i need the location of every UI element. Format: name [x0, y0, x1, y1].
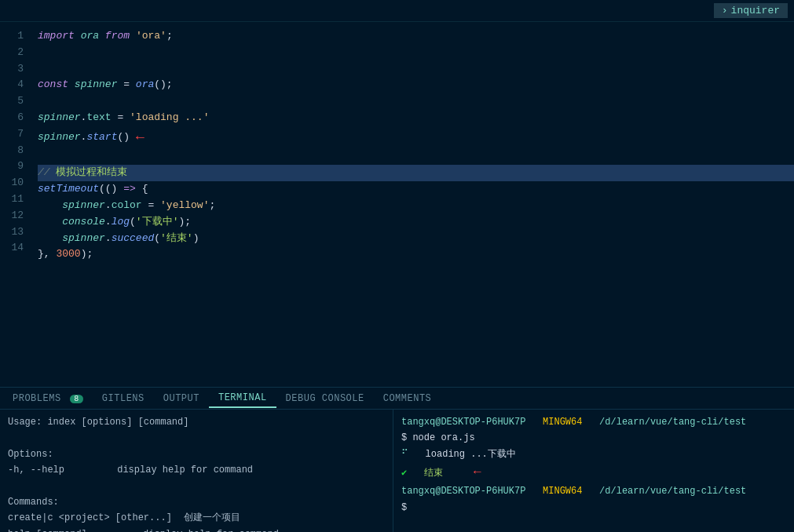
code-line-4: const spinner = ora () ; — [38, 77, 794, 93]
code-line-6: spinner . text = 'loading ...' — [38, 110, 794, 126]
arrow-annotation-1: ← — [136, 126, 145, 149]
code-line-14: }, 3000 ); — [38, 246, 794, 263]
terminal-left-line4: -h, --help display help for command — [8, 462, 385, 478]
tab-comments[interactable]: COMMENTS — [374, 390, 441, 407]
code-area: 1 2 3 4 5 6 7 8 9 10 11 12 13 14 import … — [0, 22, 794, 387]
terminal-left-line8: help [command] display help for command — [8, 527, 385, 532]
problems-badge: 8 — [70, 395, 83, 403]
code-content: import ora from 'ora' ; const spinner = — [31, 22, 794, 387]
terminal-right-prompt3: $ — [401, 500, 786, 516]
terminal-right-prompt1: tangxq@DESKTOP-P6HUK7P MINGW64 /d/learn/… — [401, 414, 786, 430]
tab-bar: PROBLEMS 8 GITLENS OUTPUT TERMINAL DEBUG… — [0, 388, 794, 410]
terminal-right-prompt2: tangxq@DESKTOP-P6HUK7P MINGW64 /d/learn/… — [401, 483, 786, 499]
inquirer-button[interactable]: inquirer — [714, 3, 788, 18]
terminal-right-cmd1: $ node ora.js — [401, 430, 786, 446]
terminal-right-success: ✔ 结束 ← — [401, 462, 786, 483]
arrow-annotation-2: ← — [474, 465, 481, 479]
code-line-8 — [38, 149, 794, 166]
tab-debug-console[interactable]: DEBUG CONSOLE — [276, 390, 374, 407]
code-line-3 — [38, 61, 794, 78]
tab-output[interactable]: OUTPUT — [154, 390, 209, 407]
terminal-left-line6: Commands: — [8, 494, 385, 510]
code-line-10: setTimeout (() => { — [38, 181, 794, 198]
tab-gitlens[interactable]: GITLENS — [93, 390, 154, 407]
terminal-left-line3: Options: — [8, 446, 385, 462]
terminal-content: Usage: index [options] [command] Options… — [0, 410, 794, 532]
terminal-right[interactable]: tangxq@DESKTOP-P6HUK7P MINGW64 /d/learn/… — [393, 410, 794, 532]
terminal-right-loading: ⠋ loading ...下载中 — [401, 446, 786, 462]
code-line-1: import ora from 'ora' ; — [38, 28, 794, 45]
terminal-left[interactable]: Usage: index [options] [command] Options… — [0, 410, 393, 532]
code-line-9: // 模拟过程和结束 — [38, 165, 794, 181]
terminal-left-line7: create|c <project> [other...] 创建一个项目 — [8, 510, 385, 526]
terminal-left-line5 — [8, 479, 385, 494]
bottom-panel: PROBLEMS 8 GITLENS OUTPUT TERMINAL DEBUG… — [0, 387, 794, 532]
line-numbers: 1 2 3 4 5 6 7 8 9 10 11 12 13 14 — [0, 22, 31, 387]
code-line-11: spinner . color = 'yellow' ; — [38, 198, 794, 214]
code-editor: 1 2 3 4 5 6 7 8 9 10 11 12 13 14 import … — [0, 22, 794, 387]
code-line-12: console . log ( '下载中' ); — [38, 214, 794, 231]
tab-terminal[interactable]: TERMINAL — [209, 389, 276, 408]
top-bar: inquirer — [0, 0, 794, 22]
code-line-13: spinner . succeed ( '结束' ) — [38, 231, 794, 247]
code-line-5 — [38, 93, 794, 110]
terminal-left-line2 — [8, 430, 385, 446]
terminal-left-line1: Usage: index [options] [command] — [8, 414, 385, 430]
code-line-2 — [38, 45, 794, 61]
tab-problems[interactable]: PROBLEMS 8 — [3, 390, 93, 407]
code-line-7: spinner . start () ← — [38, 126, 794, 149]
